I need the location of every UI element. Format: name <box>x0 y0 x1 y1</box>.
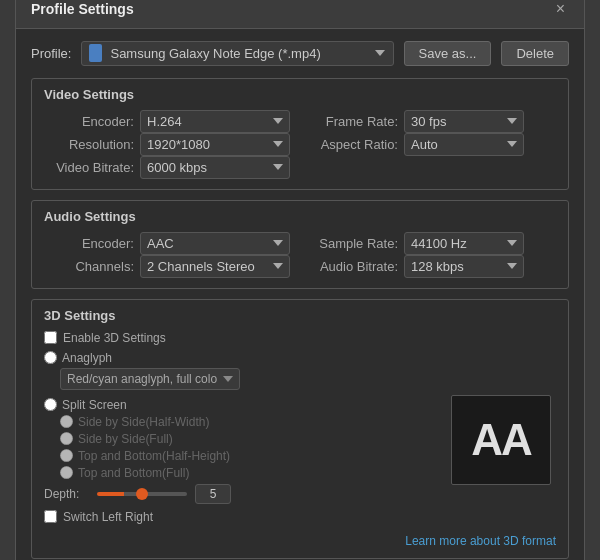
anaglyph-label: Anaglyph <box>62 351 112 365</box>
dialog-content: Profile: Samsung Galaxy Note Edge (*.mp4… <box>16 29 584 561</box>
split-screen-label: Split Screen <box>62 398 127 412</box>
vbitrate-group: Video Bitrate: 6000 kbps <box>44 156 556 179</box>
samplerate-group: Sample Rate: 44100 Hz <box>308 232 524 255</box>
3d-left-col: Anaglyph Red/cyan anaglyph, full color S… <box>44 351 436 530</box>
depth-slider[interactable] <box>97 492 187 496</box>
channels-label: Channels: <box>44 259 134 274</box>
resolution-group: Resolution: 1920*1080 <box>44 133 290 156</box>
dialog-title: Profile Settings <box>31 1 134 17</box>
top-full-radio[interactable] <box>60 466 73 479</box>
top-half-radio[interactable] <box>60 449 73 462</box>
audio-settings-section: Audio Settings Encoder: AAC Sample Rate:… <box>31 200 569 289</box>
3d-preview-col: AA <box>446 351 556 530</box>
anaglyph-dropdown[interactable]: Red/cyan anaglyph, full color <box>60 368 240 390</box>
profile-row: Profile: Samsung Galaxy Note Edge (*.mp4… <box>31 41 569 66</box>
audio-section-title: Audio Settings <box>44 209 556 224</box>
anaglyph-radio-item: Anaglyph <box>44 351 436 365</box>
audio-encoder-label: Encoder: <box>44 236 134 251</box>
framerate-group: Frame Rate: 30 fps <box>308 110 524 133</box>
encoder-label: Encoder: <box>44 114 134 129</box>
anaglyph-select-wrap: Red/cyan anaglyph, full color <box>44 368 436 394</box>
profile-label: Profile: <box>31 46 71 61</box>
delete-button[interactable]: Delete <box>501 41 569 66</box>
samplerate-dropdown[interactable]: 44100 Hz <box>404 232 524 255</box>
enable-3d-label: Enable 3D Settings <box>63 331 166 345</box>
encoder-group: Encoder: H.264 <box>44 110 290 133</box>
anaglyph-radio[interactable] <box>44 351 57 364</box>
framerate-dropdown[interactable]: 30 fps <box>404 110 524 133</box>
split-screen-radio-item: Split Screen <box>44 398 436 412</box>
3d-settings-section: 3D Settings Enable 3D Settings Anaglyph … <box>31 299 569 559</box>
side-full-radio[interactable] <box>60 432 73 445</box>
profile-select-wrap: Samsung Galaxy Note Edge (*.mp4) <box>81 41 393 66</box>
encoder-dropdown[interactable]: H.264 <box>140 110 290 133</box>
aspect-group: Aspect Ratio: Auto <box>308 133 524 156</box>
vbitrate-label: Video Bitrate: <box>44 160 134 175</box>
aa-preview-text: AA <box>471 415 531 465</box>
switch-lr-label: Switch Left Right <box>63 510 153 524</box>
top-half-item: Top and Bottom(Half-Height) <box>60 449 436 463</box>
3d-section-title: 3D Settings <box>44 308 556 323</box>
abitrate-group: Audio Bitrate: 128 kbps <box>308 255 524 278</box>
top-half-label: Top and Bottom(Half-Height) <box>78 449 230 463</box>
learn-more-link[interactable]: Learn more about 3D format <box>44 534 556 548</box>
side-full-label: Side by Side(Full) <box>78 432 173 446</box>
audio-row-1: Encoder: AAC Sample Rate: 44100 Hz <box>44 232 556 255</box>
top-full-label: Top and Bottom(Full) <box>78 466 189 480</box>
profile-settings-dialog: Profile Settings × Profile: Samsung Gala… <box>15 0 585 560</box>
aspect-dropdown[interactable]: Auto <box>404 133 524 156</box>
depth-row: Depth: <box>44 484 436 504</box>
close-button[interactable]: × <box>552 0 569 18</box>
profile-dropdown[interactable]: Samsung Galaxy Note Edge (*.mp4) <box>81 41 393 66</box>
switch-lr-checkbox[interactable] <box>44 510 57 523</box>
enable-3d-row: Enable 3D Settings <box>44 331 556 345</box>
video-section-title: Video Settings <box>44 87 556 102</box>
3d-main-row: Anaglyph Red/cyan anaglyph, full color S… <box>44 351 556 530</box>
resolution-dropdown[interactable]: 1920*1080 <box>140 133 290 156</box>
side-half-item: Side by Side(Half-Width) <box>60 415 436 429</box>
side-half-radio[interactable] <box>60 415 73 428</box>
samplerate-label: Sample Rate: <box>308 236 398 251</box>
channels-group: Channels: 2 Channels Stereo <box>44 255 290 278</box>
framerate-label: Frame Rate: <box>308 114 398 129</box>
abitrate-label: Audio Bitrate: <box>308 259 398 274</box>
side-full-item: Side by Side(Full) <box>60 432 436 446</box>
vbitrate-dropdown[interactable]: 6000 kbps <box>140 156 290 179</box>
video-row-1: Encoder: H.264 Frame Rate: 30 fps <box>44 110 556 133</box>
audio-encoder-group: Encoder: AAC <box>44 232 290 255</box>
video-row-2: Resolution: 1920*1080 Aspect Ratio: Auto <box>44 133 556 156</box>
video-settings-section: Video Settings Encoder: H.264 Frame Rate… <box>31 78 569 190</box>
side-half-label: Side by Side(Half-Width) <box>78 415 209 429</box>
audio-encoder-dropdown[interactable]: AAC <box>140 232 290 255</box>
abitrate-dropdown[interactable]: 128 kbps <box>404 255 524 278</box>
switch-lr-row: Switch Left Right <box>44 510 436 524</box>
audio-row-2: Channels: 2 Channels Stereo Audio Bitrat… <box>44 255 556 278</box>
resolution-label: Resolution: <box>44 137 134 152</box>
aspect-label: Aspect Ratio: <box>308 137 398 152</box>
enable-3d-checkbox[interactable] <box>44 331 57 344</box>
depth-label: Depth: <box>44 487 89 501</box>
split-screen-radio[interactable] <box>44 398 57 411</box>
aa-preview-box: AA <box>451 395 551 485</box>
depth-input[interactable] <box>195 484 231 504</box>
save-as-button[interactable]: Save as... <box>404 41 492 66</box>
top-full-item: Top and Bottom(Full) <box>60 466 436 480</box>
title-bar: Profile Settings × <box>16 0 584 29</box>
channels-dropdown[interactable]: 2 Channels Stereo <box>140 255 290 278</box>
